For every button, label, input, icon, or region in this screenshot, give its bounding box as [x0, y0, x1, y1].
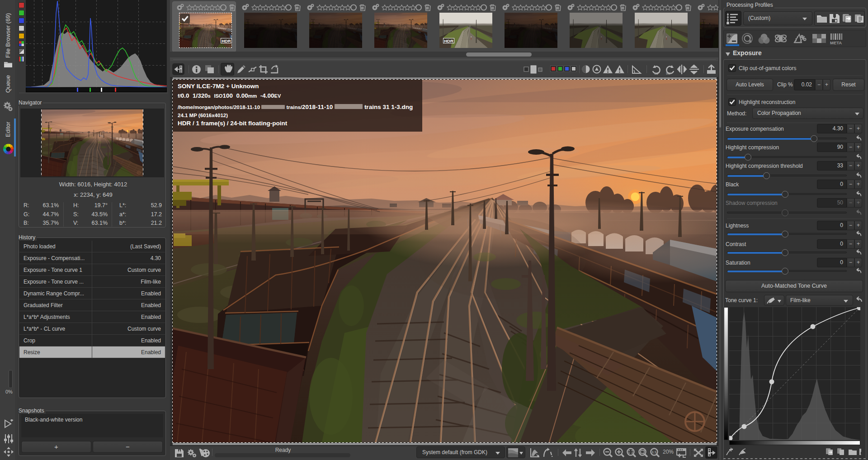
svg-text:META: META [830, 40, 842, 45]
svg-text:90°: 90° [666, 71, 671, 75]
svg-text:1:1: 1:1 [652, 450, 657, 454]
svg-text:90°: 90° [654, 71, 660, 75]
